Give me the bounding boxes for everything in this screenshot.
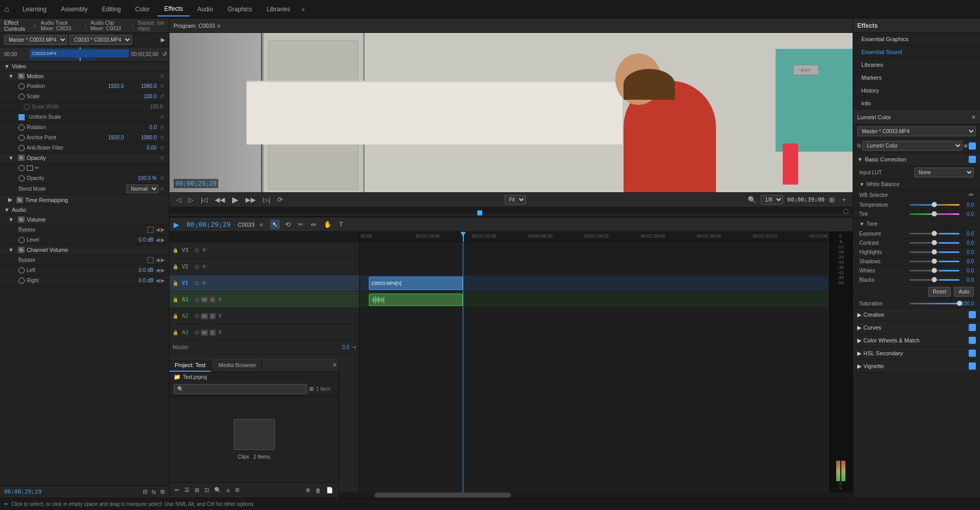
anchor-reset[interactable]: ↺ [159, 135, 165, 140]
tint-slider[interactable] [910, 213, 960, 215]
home-icon[interactable]: ⌂ [4, 5, 9, 14]
master-dropdown[interactable]: Master * C0033.MP4 [4, 35, 67, 45]
exposure-value[interactable]: 0.0 [959, 231, 974, 236]
rotation-value[interactable]: 0.0 [126, 124, 157, 130]
circle-mask-icon[interactable] [18, 165, 25, 171]
pf-list-btn[interactable]: ☰ [183, 486, 191, 495]
zoom-select[interactable]: 1/8 [761, 195, 783, 205]
a1-solo[interactable]: S [210, 297, 216, 303]
opacity-stopwatch[interactable] [18, 175, 25, 181]
white-balance-section[interactable]: ▼ White Balance [853, 179, 980, 190]
clip-dropdown[interactable]: C0033 * C0033.MP4 [69, 35, 132, 45]
exposure-slider[interactable] [910, 233, 960, 234]
tool-slip[interactable]: ⇔ [309, 220, 318, 229]
v2-eye[interactable]: 👁 [201, 263, 208, 270]
tone-section[interactable]: ▼ Tone [853, 219, 980, 229]
volume-section[interactable]: ▼ fx Volume [0, 215, 169, 225]
master-end-icon[interactable]: ⊣ [351, 344, 356, 350]
nav-audio[interactable]: Audio [190, 3, 220, 16]
level-value[interactable]: 0.0 dB [123, 237, 154, 243]
project-tab-test[interactable]: Project: Test [169, 359, 211, 372]
tint-value[interactable]: 0.0 [959, 211, 974, 217]
creative-enable[interactable] [969, 311, 976, 318]
lumetri-master-select[interactable]: Master * C0033.MP4 [857, 126, 976, 136]
position-reset[interactable]: ↺ [159, 83, 165, 89]
pencil-mask-icon[interactable]: ✏ [35, 165, 39, 171]
anchor-y-value[interactable]: 1080.0 [126, 135, 157, 140]
antiflicker-stopwatch[interactable] [18, 145, 25, 151]
step-back-btn[interactable]: ◀◀ [212, 195, 228, 205]
saturation-slider[interactable] [910, 303, 960, 304]
whites-value[interactable]: 0.0 [959, 268, 974, 274]
whites-handle[interactable] [932, 268, 937, 273]
tool-razor[interactable]: ✂ [296, 220, 306, 229]
anchor-stopwatch[interactable] [18, 135, 25, 141]
fit-select[interactable]: Fit [504, 195, 526, 205]
hsl-enable[interactable] [969, 350, 976, 357]
mark-in-btn[interactable]: ◁ [174, 195, 184, 205]
a2-mic[interactable]: 🎙 [217, 313, 223, 319]
wb-eyedropper-icon[interactable]: ✏ [969, 191, 974, 198]
tint-handle[interactable] [932, 211, 937, 216]
channel-vol-section[interactable]: ▼ fx Channel Volume [0, 245, 169, 255]
blacks-slider[interactable] [910, 279, 960, 281]
time-remap-section[interactable]: ▶ fx Time Remapping [0, 195, 169, 205]
ec-new-icon[interactable]: ⊞ [160, 488, 165, 495]
effect-markers[interactable]: Markers [853, 71, 980, 84]
position-x-value[interactable]: 1920.0 [93, 83, 124, 89]
color-wheels-section[interactable]: ▶ Color Wheels & Match [853, 334, 980, 347]
effect-libraries[interactable]: Libraries [853, 59, 980, 71]
track-lock-v3[interactable]: 🔒 [173, 248, 182, 253]
blacks-value[interactable]: 0.0 [959, 277, 974, 283]
left-stopwatch[interactable] [18, 267, 25, 274]
nav-libraries[interactable]: Libraries [259, 3, 297, 16]
lumetri-fx-menu[interactable]: ⊕ [964, 143, 968, 149]
video-section[interactable]: ▼ Video [0, 62, 169, 71]
a2-solo[interactable]: S [210, 313, 216, 319]
pf-newbin-btn[interactable]: ⊡ [203, 486, 210, 495]
v3-eye[interactable]: 👁 [201, 247, 208, 253]
reset-btn[interactable]: Reset [928, 287, 951, 297]
a1-clip[interactable] [369, 294, 462, 306]
project-new-bin-icon[interactable]: ⊞ [309, 386, 314, 392]
pf-new-item-btn[interactable]: 📄 [325, 486, 334, 495]
v3-expand[interactable]: ⊡ [194, 247, 199, 253]
project-tab-media[interactable]: Media Browser [213, 359, 261, 372]
left-value[interactable]: 0.0 dB [123, 267, 154, 273]
add-marker-btn[interactable]: + [839, 195, 849, 205]
pf-sort-btn[interactable]: ≡ [225, 486, 231, 495]
effect-essential-graphics[interactable]: Essential Graphics [853, 33, 980, 46]
effect-history[interactable]: History [853, 84, 980, 97]
track-lock-a2[interactable]: 🔒 [173, 314, 182, 319]
curves-enable[interactable] [969, 324, 976, 331]
curves-section[interactable]: ▶ Curves [853, 321, 980, 334]
blend-mode-select[interactable]: Normal [126, 185, 159, 193]
play-btn[interactable]: ▶ [230, 194, 241, 206]
position-y-value[interactable]: 1080.0 [126, 83, 157, 89]
pf-grid-btn[interactable]: ⊞ [194, 486, 200, 495]
nav-graphics[interactable]: Graphics [220, 3, 259, 16]
motion-reset[interactable]: ↺ [159, 74, 165, 79]
ec-filter-icon[interactable]: ⊟ [143, 488, 147, 495]
bypass2-checkbox[interactable] [147, 257, 154, 263]
blend-mode-reset[interactable]: ↺ [159, 186, 165, 192]
vignette-section[interactable]: ▶ Vignette [853, 360, 980, 373]
a1-mute[interactable]: M [201, 297, 208, 303]
ec-fx-icon[interactable]: fx [152, 489, 156, 495]
pf-search-btn[interactable]: 🔍 [213, 486, 222, 495]
tool-text[interactable]: T [337, 220, 345, 229]
opacity-value[interactable]: 100.0 % [126, 175, 157, 181]
nav-assembly[interactable]: Assembly [53, 3, 95, 16]
tool-arrow[interactable]: ↖ [270, 220, 280, 229]
a1-expand[interactable]: ⊡ [194, 296, 199, 303]
play-out-btn[interactable]: ▷| [260, 195, 272, 205]
timeline-scroll-thumb[interactable] [374, 493, 511, 498]
bypass-checkbox[interactable] [147, 227, 154, 233]
loop-btn[interactable]: ⟳ [275, 195, 286, 205]
whites-slider[interactable] [910, 270, 960, 271]
temperature-slider[interactable] [910, 204, 960, 206]
effect-info[interactable]: Info [853, 97, 980, 110]
audio-track-mixer-label[interactable]: Audio Track Mixer: C0033 [41, 20, 81, 31]
insert-btn[interactable]: ⊞ [826, 195, 837, 205]
scale-value[interactable]: 100.0 [126, 94, 157, 99]
